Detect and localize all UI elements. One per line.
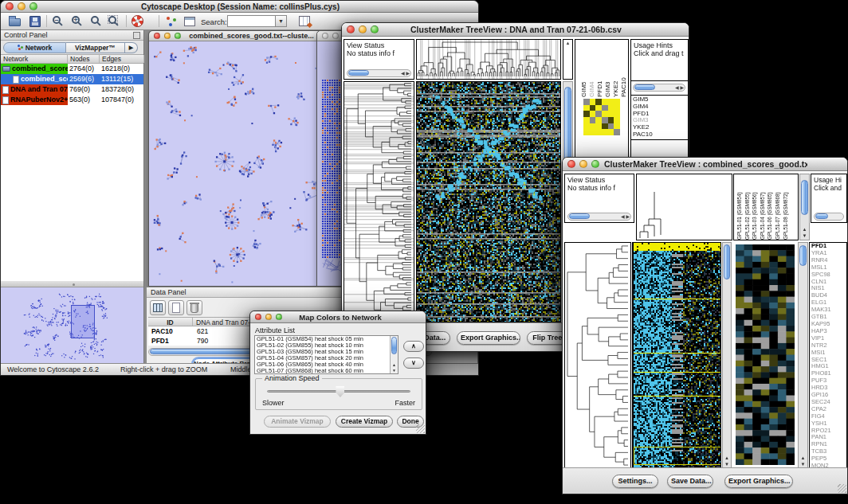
- up-arrow-icon[interactable]: ▲: [723, 455, 731, 461]
- create-vizmap-button[interactable]: Create Vizmap: [336, 416, 393, 428]
- gene-label[interactable]: PAN1: [810, 434, 846, 441]
- resize-grip[interactable]: [838, 484, 846, 493]
- scrollbar-thumb[interactable]: [799, 245, 807, 266]
- move-up-button[interactable]: ∧: [403, 341, 424, 352]
- column-edges[interactable]: Edges: [100, 55, 144, 63]
- open-file-button[interactable]: [7, 14, 23, 29]
- scrollbar-arrows-icon[interactable]: ◀ ▶: [401, 70, 410, 76]
- vertical-scrollbar[interactable]: ▲ ▼: [799, 174, 810, 240]
- tab-network[interactable]: Network: [3, 42, 66, 53]
- up-arrow-icon[interactable]: ▲: [391, 362, 398, 367]
- search-input[interactable]: [227, 15, 275, 27]
- down-arrow-icon[interactable]: ▼: [391, 368, 398, 373]
- network-canvas[interactable]: [149, 41, 341, 286]
- scrollbar-arrows-icon[interactable]: ◀ ▶: [675, 84, 684, 91]
- close-button[interactable]: [154, 33, 160, 39]
- table-row-selected[interactable]: combined_sco 2569(6) 13112(15): [1, 74, 143, 84]
- zoom-button[interactable]: [276, 314, 282, 320]
- slider-thumb[interactable]: [336, 386, 344, 397]
- gene-label[interactable]: HAP3: [810, 328, 846, 335]
- gene-label[interactable]: NIS1: [810, 285, 846, 292]
- zoom-button[interactable]: [371, 25, 379, 33]
- row-dendrogram[interactable]: [564, 242, 631, 469]
- new-window-button[interactable]: [182, 14, 198, 29]
- column-label[interactable]: PFD1: [596, 41, 604, 97]
- settings-button[interactable]: Settings...: [612, 475, 658, 488]
- move-down-button[interactable]: ∨: [403, 357, 424, 369]
- column-network[interactable]: Network: [1, 55, 68, 63]
- gene-label[interactable]: PUF3: [810, 377, 846, 385]
- down-arrow-icon[interactable]: ▼: [800, 233, 809, 239]
- column-label[interactable]: PAC10: [620, 41, 628, 97]
- column-label[interactable]: GPL51-07 (GSM868): [774, 175, 782, 240]
- table-row[interactable]: combined_scores 2764(0) 16218(0): [1, 64, 143, 74]
- tabs-overflow-button[interactable]: ▶: [125, 42, 138, 53]
- gene-label[interactable]: CLN1: [810, 279, 846, 286]
- scrollbar-thumb[interactable]: [569, 213, 590, 219]
- down-arrow-icon[interactable]: ▼: [799, 462, 807, 467]
- table-row[interactable]: DNA and Tran 07 769(0) 183728(0): [1, 84, 143, 95]
- column-label[interactable]: GPL51-01 (GSM854): [736, 175, 744, 240]
- scrollbar-thumb[interactable]: [634, 84, 655, 90]
- new-attribute-button[interactable]: [168, 300, 184, 315]
- column-label[interactable]: GPL51-04 (GSM857): [759, 175, 767, 240]
- gene-label[interactable]: RPN1: [810, 441, 846, 448]
- export-graphics-button[interactable]: Export Graphics...: [457, 331, 520, 345]
- gene-label[interactable]: KAP95: [810, 321, 846, 328]
- up-arrow-icon[interactable]: ▲: [799, 455, 807, 461]
- gene-label[interactable]: CPA2: [810, 406, 846, 413]
- column-dendrogram[interactable]: [416, 39, 561, 80]
- network-window-titlebar[interactable]: combined_scores_good.txt--cluste...: [149, 31, 341, 41]
- zoom-selected-button[interactable]: [106, 14, 122, 29]
- tab-vizmapper[interactable]: VizMapper™: [66, 42, 125, 53]
- attribute-item[interactable]: GPL51-07 (GSM868) heat shock 60 min: [255, 368, 398, 374]
- dialog-titlebar[interactable]: Map Colors to Network: [250, 311, 426, 323]
- gene-label[interactable]: MAK31: [810, 307, 846, 314]
- select-attributes-button[interactable]: [150, 300, 166, 315]
- treeview1-titlebar[interactable]: ClusterMaker TreeView : DNA and Tran 07-…: [342, 23, 689, 37]
- scrollbar-arrows-icon[interactable]: ◀ ▶: [621, 213, 630, 220]
- column-dendrogram[interactable]: [636, 174, 732, 240]
- zoom-button[interactable]: [175, 33, 181, 39]
- column-label[interactable]: GIM3: [604, 41, 612, 97]
- gene-label[interactable]: BUD4: [810, 292, 846, 299]
- export-graphics-button[interactable]: Export Graphics...: [724, 475, 793, 488]
- horizontal-scrollbar[interactable]: ◀ ▶: [347, 69, 411, 77]
- float-panel-icon[interactable]: [133, 32, 140, 39]
- gene-label[interactable]: GIM3: [631, 117, 688, 124]
- horizontal-scrollbar[interactable]: ◀ ▶: [633, 84, 685, 92]
- gene-label[interactable]: MSI1: [810, 350, 846, 357]
- horizontal-scrollbar[interactable]: [814, 213, 844, 221]
- animate-vizmap-button[interactable]: Animate Vizmap: [264, 416, 331, 428]
- gene-label[interactable]: GPI16: [810, 392, 846, 399]
- column-label[interactable]: GPL51-02 (GSM855): [744, 175, 752, 240]
- scrollbar-thumb[interactable]: [815, 213, 828, 219]
- gene-label[interactable]: ELG1: [810, 299, 846, 307]
- search-dropdown-button[interactable]: ▼: [275, 15, 287, 27]
- heatmap-zoom-panel[interactable]: [734, 242, 798, 469]
- gene-label[interactable]: GTB1: [810, 314, 846, 321]
- save-button[interactable]: [27, 14, 43, 29]
- gene-label[interactable]: HMG1: [810, 363, 846, 370]
- gene-label[interactable]: SPC98: [810, 272, 846, 279]
- gene-label[interactable]: YKE2: [631, 124, 688, 131]
- network-overview[interactable]: [1, 287, 143, 363]
- resize-grip[interactable]: [416, 424, 425, 433]
- attribute-table-button[interactable]: [296, 14, 312, 29]
- close-button[interactable]: [347, 25, 355, 33]
- vertical-scrollbar[interactable]: ▲ ▼: [390, 336, 398, 373]
- gene-label[interactable]: GIM4: [631, 104, 688, 111]
- splitter-handle[interactable]: [1, 280, 143, 287]
- zoom-button[interactable]: [591, 160, 599, 168]
- column-label[interactable]: YKE2: [612, 41, 620, 97]
- column-label[interactable]: GIM5: [580, 41, 588, 97]
- gene-label[interactable]: YRA1: [810, 250, 846, 257]
- up-arrow-icon[interactable]: ▲: [563, 41, 572, 45]
- down-arrow-icon[interactable]: ▼: [723, 462, 731, 467]
- zoom-in-button[interactable]: +: [69, 14, 85, 29]
- gene-label[interactable]: VIP1: [810, 335, 846, 342]
- column-label[interactable]: GIM4: [588, 41, 596, 97]
- overview-viewport-rect[interactable]: [71, 305, 95, 338]
- zoom-fit-button[interactable]: [88, 14, 104, 29]
- minimize-button[interactable]: [265, 314, 272, 320]
